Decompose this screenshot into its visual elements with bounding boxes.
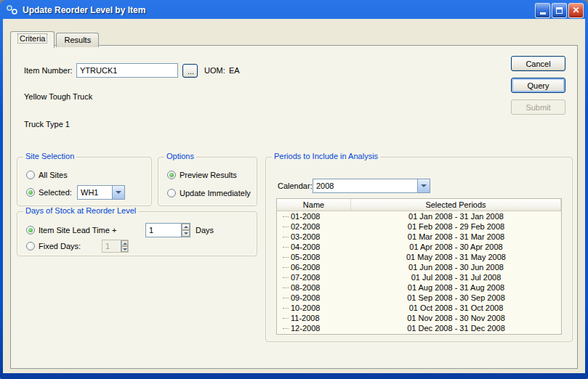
- minimize-button[interactable]: [535, 3, 550, 18]
- site-selection-title: Site Selection: [23, 152, 76, 160]
- lead-time-spin-buttons: [181, 224, 190, 237]
- submit-button[interactable]: Submit: [511, 99, 565, 115]
- tree-line-icon: [283, 308, 289, 309]
- uom-value: EA: [229, 66, 240, 75]
- selected-sites-radio[interactable]: [26, 188, 35, 197]
- period-range: 01 Nov 2008 - 30 Nov 2008: [351, 314, 561, 322]
- days-of-stock-title: Days of Stock at Reorder Level: [23, 206, 138, 215]
- site-combobox-dropdown-button[interactable]: [112, 186, 124, 199]
- calendar-combobox-dropdown-button[interactable]: [417, 179, 430, 192]
- column-header-selected-periods[interactable]: Selected Periods: [351, 199, 561, 211]
- lead-time-input[interactable]: [146, 224, 181, 237]
- days-label: Days: [196, 226, 214, 235]
- spin-up-button: [121, 240, 128, 246]
- periods-table: Name Selected Periods 01-200801 Jan 2008…: [276, 198, 562, 335]
- period-name: 12-2008: [291, 324, 320, 333]
- all-sites-radio[interactable]: [26, 171, 35, 179]
- periods-table-body: 01-200801 Jan 2008 - 31 Jan 2008 02-2008…: [277, 211, 561, 334]
- window-controls: ✕: [535, 3, 584, 18]
- maximize-icon: [556, 7, 563, 14]
- tab-criteria[interactable]: Criteria: [10, 31, 55, 48]
- periods-title: Periods to Include in Analysis: [272, 152, 380, 160]
- table-row[interactable]: 01-200801 Jan 2008 - 31 Jan 2008: [277, 211, 561, 221]
- lead-time-spinner[interactable]: [145, 223, 190, 237]
- days-of-stock-group: Days of Stock at Reorder Level Item Site…: [17, 211, 257, 256]
- selected-sites-label: Selected:: [39, 188, 72, 197]
- fixed-days-radio[interactable]: [26, 242, 35, 250]
- table-row[interactable]: 03-200801 Mar 2008 - 31 Mar 2008: [277, 232, 561, 242]
- period-range: 01 Dec 2008 - 31 Dec 2008: [351, 324, 561, 333]
- tree-line-icon: [283, 257, 289, 258]
- preview-results-label: Preview Results: [180, 171, 237, 179]
- spin-up-button[interactable]: [182, 224, 190, 230]
- table-row[interactable]: 12-200801 Dec 2008 - 31 Dec 2008: [277, 323, 561, 333]
- tab-criteria-label: Criteria: [18, 34, 47, 43]
- chevron-down-icon: [184, 232, 188, 235]
- table-row[interactable]: 08-200801 Aug 2008 - 31 Aug 2008: [277, 282, 561, 293]
- table-row[interactable]: 06-200801 Jun 2008 - 30 Jun 2008: [277, 262, 561, 272]
- titlebar[interactable]: Update Reorder Level by Item ✕: [3, 0, 585, 19]
- period-name: 10-2008: [291, 303, 320, 312]
- close-icon: ✕: [572, 6, 579, 15]
- item-number-input[interactable]: [76, 63, 178, 78]
- period-range: 01 Oct 2008 - 31 Oct 2008: [351, 303, 561, 312]
- item-type: Truck Type 1: [24, 120, 70, 129]
- chevron-down-icon: [116, 191, 121, 194]
- options-group: Options Preview Results Update Immediate…: [158, 157, 257, 206]
- calendar-combobox-value: 2008: [313, 179, 417, 192]
- site-combobox-value: WH1: [78, 186, 112, 199]
- item-description: Yellow Tough Truck: [24, 92, 92, 101]
- spin-down-button[interactable]: [182, 230, 190, 237]
- table-row[interactable]: 10-200801 Oct 2008 - 31 Oct 2008: [277, 303, 561, 313]
- table-row[interactable]: 07-200801 Jul 2008 - 31 Jul 2008: [277, 272, 561, 282]
- calendar-combobox[interactable]: 2008: [313, 179, 430, 193]
- lead-time-radio[interactable]: [26, 226, 35, 235]
- preview-results-radio[interactable]: [167, 171, 176, 179]
- tree-line-icon: [283, 237, 289, 237]
- tab-results[interactable]: Results: [56, 33, 99, 47]
- period-range: 01 Aug 2008 - 31 Aug 2008: [351, 283, 561, 292]
- site-combobox[interactable]: WH1: [77, 185, 125, 200]
- fixed-days-spin-buttons: [121, 240, 128, 252]
- table-row[interactable]: 09-200801 Sep 2008 - 30 Sep 2008: [277, 293, 561, 303]
- spin-down-button: [121, 246, 128, 252]
- table-row[interactable]: 05-200801 May 2008 - 31 May 2008: [277, 252, 561, 262]
- maximize-button[interactable]: [552, 3, 567, 18]
- chevron-down-icon: [123, 248, 127, 250]
- cancel-button[interactable]: Cancel: [511, 56, 565, 71]
- update-immediately-radio[interactable]: [167, 189, 176, 197]
- tree-line-icon: [283, 328, 289, 329]
- period-name: 03-2008: [291, 232, 320, 241]
- tree-line-icon: [283, 216, 289, 217]
- period-name: 02-2008: [291, 222, 320, 231]
- period-name: 08-2008: [291, 283, 320, 292]
- period-range: 01 Feb 2008 - 29 Feb 2008: [351, 222, 561, 231]
- app-icon: [6, 4, 19, 17]
- tree-line-icon: [283, 318, 289, 319]
- period-range: 01 Jul 2008 - 31 Jul 2008: [351, 273, 561, 282]
- item-browse-button[interactable]: ...: [182, 64, 198, 78]
- query-button[interactable]: Query: [511, 78, 565, 93]
- table-row[interactable]: 04-200801 Apr 2008 - 30 Apr 2008: [277, 242, 561, 252]
- table-row[interactable]: 11-200801 Nov 2008 - 30 Nov 2008: [277, 313, 561, 323]
- criteria-tab-panel: Item Number: ... UOM: EA Yellow Tough Tr…: [10, 45, 578, 369]
- tree-line-icon: [283, 267, 289, 268]
- close-button[interactable]: ✕: [568, 3, 584, 18]
- period-name: 01-2008: [291, 212, 320, 221]
- period-range: 01 Mar 2008 - 31 Mar 2008: [351, 232, 561, 241]
- fixed-days-spinner[interactable]: [102, 240, 129, 253]
- lead-time-label: Item Site Lead Time +: [39, 226, 116, 235]
- column-header-name[interactable]: Name: [277, 199, 351, 211]
- period-name: 04-2008: [291, 243, 320, 251]
- update-immediately-label: Update Immediately: [180, 189, 251, 197]
- period-name: 06-2008: [291, 263, 320, 272]
- minimize-icon: [540, 12, 546, 15]
- period-range: 01 Jan 2008 - 31 Jan 2008: [351, 212, 561, 221]
- tab-results-label: Results: [64, 36, 91, 44]
- chevron-down-icon: [421, 184, 427, 187]
- periods-table-header: Name Selected Periods: [277, 199, 561, 211]
- chevron-up-icon: [123, 243, 127, 245]
- table-row[interactable]: 02-200801 Feb 2008 - 29 Feb 2008: [277, 221, 561, 232]
- tree-line-icon: [283, 277, 289, 278]
- calendar-label: Calendar:: [278, 182, 313, 190]
